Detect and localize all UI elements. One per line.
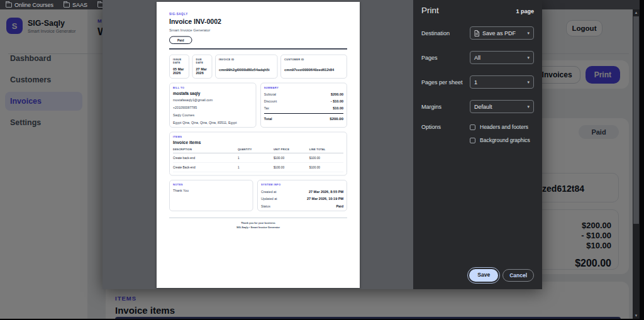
customer-id-label: CUSTOMER ID	[284, 58, 343, 61]
updated-at-label: Updated at	[260, 197, 277, 201]
cancel-button[interactable]: Cancel	[502, 269, 534, 282]
due-date-card: DUE DATE 27 Mar 2026	[192, 55, 212, 79]
destination-value: Save as PDF	[482, 30, 516, 36]
bill-to-address: Egypt Qina, Qina, Qina, Qina, 83511, Egy…	[173, 121, 252, 124]
bookmark-saas[interactable]: SAAS	[64, 2, 87, 8]
col-quantity: QUANTITY	[237, 148, 273, 153]
invoice-document: SIG-SAQLY Invoice INV-0002 Smart Invoice…	[157, 2, 360, 288]
folder-icon	[64, 3, 70, 8]
margins-value: Default	[474, 104, 492, 110]
bill-to-name: mostafa saqly	[173, 91, 252, 96]
cell: $100.00	[273, 163, 309, 172]
subtotal-label: Subtotal	[264, 92, 275, 96]
margins-label: Margins	[421, 104, 441, 110]
pages-per-sheet-select[interactable]: 1 ▾	[470, 75, 534, 89]
customer-id-card-preview: CUSTOMER ID cmn97svzi0000640zed612t84	[280, 55, 347, 79]
items-table: DESCRIPTION QUANTITY UNIT PRICE LINE TOT…	[173, 148, 343, 172]
invoice-status-badge: Paid	[169, 36, 192, 45]
save-button[interactable]: Save	[469, 269, 498, 282]
created-at-value: 27 Mar 2026, 8:55 PM	[308, 190, 343, 194]
dialog-titlebar: Print 1 page	[421, 0, 534, 15]
print-dialog: SIG-SAQLY Invoice INV-0002 Smart Invoice…	[103, 0, 542, 289]
destination-label: Destination	[421, 30, 450, 36]
col-unit-price: UNIT PRICE	[273, 148, 309, 153]
items-title: Invoice items	[173, 140, 343, 145]
window-right-edge	[640, 0, 644, 320]
cell: $100.00	[273, 153, 309, 163]
pages-select[interactable]: All ▾	[470, 51, 534, 64]
option-label: Background graphics	[480, 137, 530, 143]
bill-to-label: BILL TO	[173, 86, 252, 89]
system-info-label: SYSTEM INFO	[260, 184, 343, 187]
cell: 1	[237, 153, 273, 163]
screen: Online Courses SAAS Linkedin Angu S SIG-…	[0, 0, 644, 320]
items-card-preview: ITEMS Invoice items DESCRIPTION QUANTITY…	[169, 132, 347, 176]
scrollbar-down-icon[interactable]: ▼	[633, 312, 640, 319]
billing-summary-row: BILL TO mostafa saqly mostafasaqly1@gmai…	[169, 83, 347, 128]
bill-to-company: Saqly Courses	[173, 113, 252, 117]
invoice-title: Invoice INV-0002	[169, 18, 347, 26]
checkbox-headers-footers[interactable]	[470, 124, 475, 130]
created-at-label: Created at	[260, 190, 276, 194]
invoice-divider	[169, 48, 347, 50]
scrollbar-up-icon[interactable]: ▲	[633, 9, 640, 16]
print-preview-pane[interactable]: SIG-SAQLY Invoice INV-0002 Smart Invoice…	[103, 0, 413, 289]
pages-per-sheet-row: Pages per sheet 1 ▾	[421, 75, 534, 89]
option-background-graphics[interactable]: Background graphics	[470, 137, 534, 143]
summary-label: SUMMARY	[264, 86, 343, 89]
status-label: Status	[260, 204, 270, 208]
bill-to-phone: +201090087785	[173, 106, 252, 109]
option-headers-footers[interactable]: Headers and footers	[470, 124, 534, 130]
cell: Create Back-end	[173, 163, 238, 172]
pages-per-sheet-label: Pages per sheet	[421, 79, 463, 86]
invoice-meta-row: ISSUE DATE 05 Mar 2026 DUE DATE 27 Mar 2…	[169, 55, 347, 79]
bookmark-label: Online Courses	[14, 2, 53, 8]
checkbox-background-graphics[interactable]	[470, 138, 475, 143]
option-label: Headers and footers	[480, 124, 528, 130]
customer-id-value-preview: cmn97svzi0000640zed612t84	[284, 68, 343, 72]
col-line-total: LINE TOTAL	[309, 148, 343, 153]
items-label: ITEMS	[173, 135, 343, 138]
cell: Create back-end	[173, 153, 238, 163]
notes-system-row: NOTES Thank You SYSTEM INFO Created at27…	[169, 180, 347, 211]
table-row: Create back-end 1 $100.00 $100.00	[173, 153, 343, 163]
scrollbar-thumb[interactable]	[633, 16, 639, 224]
table-row: Create Back-end 1 $100.00 $100.00	[173, 163, 343, 172]
print-settings-panel: Print 1 page Destination Save as PDF ▾ P…	[413, 0, 542, 289]
chevron-down-icon: ▾	[527, 55, 530, 60]
total-value: $200.00	[330, 117, 343, 121]
footer-line-2: SIG-Saqly • Smart Invoice Generator	[169, 226, 347, 229]
tax-value: $10.00	[333, 106, 343, 110]
invoice-id-value: cmn99h2gl0000d80z54adqh5i	[219, 68, 274, 72]
status-value: Paid	[336, 204, 343, 208]
options-label: Options	[421, 124, 441, 143]
bookmark-online-courses[interactable]: Online Courses	[6, 2, 53, 8]
pages-label: Pages	[421, 55, 438, 61]
bookmark-label: SAAS	[72, 2, 87, 8]
options-row: Options Headers and footers Background g…	[421, 124, 534, 143]
notes-label: NOTES	[173, 184, 249, 187]
invoice-footer: Thank you for your business SIG-Saqly • …	[169, 218, 347, 229]
summary-divider	[264, 113, 343, 114]
margins-row: Margins Default ▾	[421, 100, 534, 113]
due-date-label: DUE DATE	[196, 58, 208, 64]
issue-date-card: ISSUE DATE 05 Mar 2026	[169, 55, 189, 79]
pdf-file-icon	[474, 30, 479, 36]
pages-row: Pages All ▾	[421, 51, 534, 64]
chevron-down-icon: ▾	[527, 31, 530, 36]
invoice-brand-label: SIG-SAQLY	[169, 13, 347, 16]
bill-to-email: mostafasaqly1@gmail.com	[173, 98, 252, 102]
cell: $100.00	[309, 163, 343, 172]
updated-at-value: 27 Mar 2026, 10:19 PM	[306, 197, 343, 201]
discount-value: - $10.00	[330, 99, 343, 103]
chevron-down-icon: ▾	[527, 104, 530, 109]
total-label: Total	[264, 117, 272, 121]
system-info-card: SYSTEM INFO Created at27 Mar 2026, 8:55 …	[257, 180, 347, 211]
issue-date-value: 05 Mar 2026	[173, 67, 186, 75]
summary-card-preview: SUMMARY Subtotal$200.00 Discount- $10.00…	[260, 83, 347, 128]
margins-select[interactable]: Default ▾	[470, 100, 534, 113]
destination-row: Destination Save as PDF ▾	[421, 26, 534, 40]
page-scrollbar[interactable]: ▲ ▼	[633, 9, 640, 319]
destination-select[interactable]: Save as PDF ▾	[470, 26, 534, 40]
discount-label: Discount	[264, 99, 276, 103]
